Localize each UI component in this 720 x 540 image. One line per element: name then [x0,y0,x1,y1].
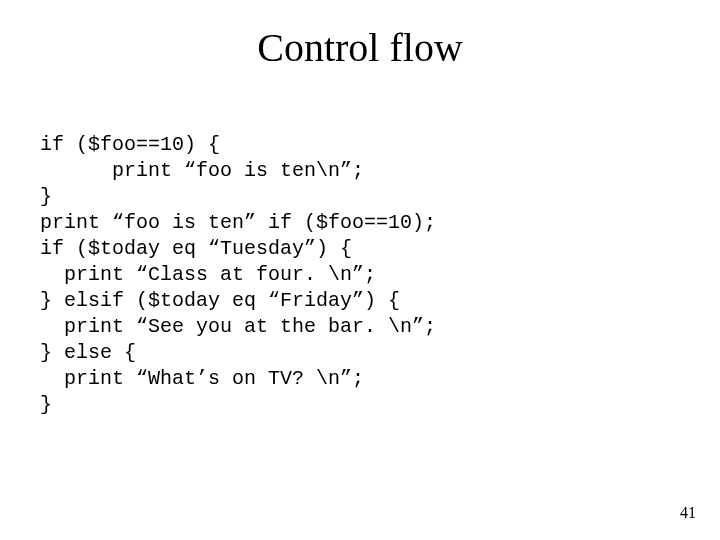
slide-title: Control flow [0,24,720,71]
code-block: if ($foo==10) { print “foo is ten\n”; } … [40,132,436,418]
slide: Control flow if ($foo==10) { print “foo … [0,0,720,540]
page-number: 41 [680,504,696,522]
